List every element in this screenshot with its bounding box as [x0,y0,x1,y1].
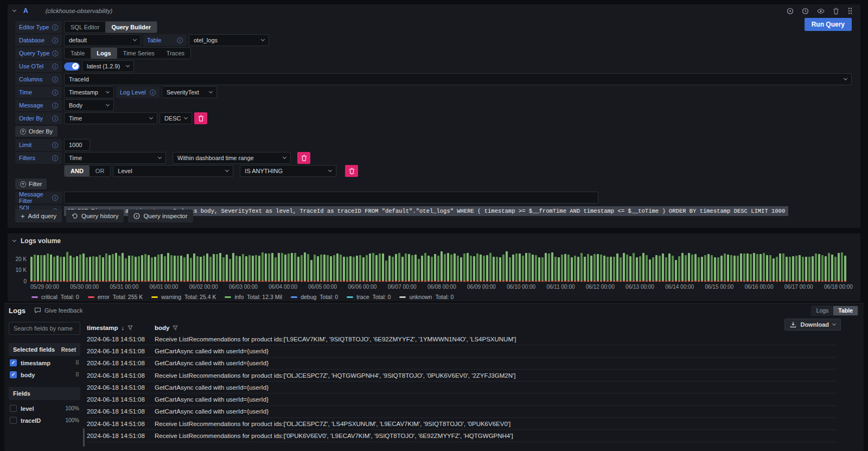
message-filter-input[interactable] [64,192,598,204]
checked-checkbox[interactable]: ✓ [10,359,17,366]
info-icon[interactable]: i [52,63,58,69]
info-icon[interactable]: i [150,90,156,96]
info-icon[interactable]: i [52,116,58,122]
body-column-header[interactable]: body [155,325,169,331]
collapse-chevron-icon[interactable] [12,8,16,12]
log-table-row[interactable]: 2024-06-18 14:51:08GetCartAsync called w… [87,345,837,357]
hide-response-eye-icon[interactable] [817,8,825,15]
remove-order-by-button[interactable] [194,112,207,124]
query-type-option-logs[interactable]: Logs [91,48,117,59]
info-icon[interactable]: i [52,77,58,82]
drag-handle-icon[interactable]: ⠿ [75,372,79,378]
volume-bar [79,255,81,282]
volume-bar [268,253,270,282]
filter-field-select[interactable]: Time [64,152,166,164]
sort-desc-icon[interactable]: ↓ [122,325,125,331]
info-icon[interactable]: i [52,37,58,43]
query-type-radio-group: TableLogsTime SeriesTraces [64,47,191,59]
legend-item-info[interactable]: infoTotal: 12.3 Mil [225,294,282,300]
legend-item-trace[interactable]: traceTotal: 0 [347,294,391,300]
filter-operator-select[interactable]: Within dashboard time range [173,152,291,164]
selected-field-timestamp[interactable]: ✓timestamp⠿ [9,358,80,368]
add-order-by-button[interactable]: +Order By [15,126,58,137]
database-select[interactable]: default [64,34,141,46]
selected-field-body[interactable]: ✓body⠿ [9,370,80,380]
legend-item-warning[interactable]: warningTotal: 25.4 K [151,294,216,300]
bool-operator-or[interactable]: OR [90,166,111,176]
info-icon[interactable]: i [52,103,58,109]
reset-fields-button[interactable]: Reset [61,347,76,353]
order-by-field-select[interactable]: Time [64,112,157,124]
log-table-row[interactable]: 2024-06-18 14:51:08GetCartAsync called w… [87,382,837,393]
query-history-icon[interactable] [802,8,809,15]
log-table-row[interactable]: 2024-06-18 14:51:08GetCartAsync called w… [87,358,837,370]
log-table-row[interactable]: 2024-06-18 14:51:08Receive ListRecommend… [87,370,837,382]
legend-item-unknown[interactable]: unknownTotal: 0 [399,294,454,300]
view-toggle-logs[interactable]: Logs [812,306,834,315]
drag-handle-icon[interactable]: ⠿ [75,360,79,366]
info-icon[interactable]: i [52,155,58,161]
log-level-column-select[interactable]: SeverityText [162,86,217,98]
delete-query-icon[interactable] [833,8,839,15]
remove-filter-button[interactable] [297,152,310,164]
chevron-down-icon [149,116,153,119]
add-query-button[interactable]: +Add query [15,209,62,223]
add-filter-button[interactable]: +Filter [15,179,47,189]
query-row-header[interactable]: A (clickhouse-observability) [8,4,860,17]
filter-funnel-icon[interactable] [127,325,133,331]
log-table-row[interactable]: 2024-06-18 14:51:08Receive ListRecommend… [87,430,837,442]
legend-item-critical[interactable]: criticalTotal: 0 [31,294,79,300]
info-icon[interactable]: i [52,50,58,56]
duplicate-query-icon[interactable] [787,8,794,15]
search-fields-input[interactable] [9,322,80,335]
available-field-level[interactable]: level100% [9,403,80,414]
drag-handle-icon[interactable] [847,7,853,15]
download-button[interactable]: Download [784,319,841,331]
unchecked-checkbox[interactable] [10,417,17,424]
query-inspector-button[interactable]: Query inspector [128,209,193,223]
give-feedback-link[interactable]: Give feedback [34,307,82,314]
volume-bar [30,257,33,282]
legend-item-debug[interactable]: debugTotal: 0 [291,294,338,300]
log-table-row[interactable]: 2024-06-18 14:51:08Receive ListRecommend… [87,418,837,430]
volume-bar [737,256,739,282]
volume-bar [372,253,374,282]
view-toggle-table[interactable]: Table [833,306,858,315]
limit-input[interactable]: 1000 [64,139,90,151]
columns-multiselect[interactable]: TraceId [64,73,852,85]
unchecked-checkbox[interactable] [10,405,17,412]
remove-filter2-button[interactable] [345,165,358,177]
available-field-traceID[interactable]: traceID100% [9,415,80,425]
log-table-row[interactable]: 2024-06-18 14:51:08GetCartAsync called w… [87,393,837,405]
chevron-down-icon [158,155,162,159]
info-icon[interactable]: i [52,142,58,148]
info-icon[interactable]: i [52,90,58,96]
filter2-field-select[interactable]: Level [113,165,233,177]
table-select[interactable]: otel_logs [189,34,269,46]
use-otel-toggle[interactable]: ✓ [64,62,80,71]
filter-funnel-icon[interactable] [173,325,178,331]
editor-type-option-query-builder[interactable]: Query Builder [105,22,157,33]
otel-version-select[interactable]: latest (1.2.9) [82,60,134,72]
info-icon[interactable]: i [177,37,183,43]
sidebar-scrollbar[interactable] [83,428,85,447]
log-table-row[interactable]: 2024-06-18 14:51:08Receive ListRecommend… [87,333,837,345]
message-column-select[interactable]: Body [64,99,114,111]
legend-item-error[interactable]: errorTotal: 255 K [88,294,143,300]
query-history-button[interactable]: Query history [66,209,124,223]
editor-type-option-sql-editor[interactable]: SQL Editor [65,22,105,33]
query-type-option-time-series[interactable]: Time Series [117,48,161,59]
query-type-option-table[interactable]: Table [65,48,91,59]
log-table-row[interactable]: 2024-06-18 14:51:08GetCartAsync called w… [87,406,837,418]
info-icon[interactable]: i [52,24,58,30]
info-icon[interactable]: i [52,195,58,201]
time-column-select[interactable]: Timestamp [64,86,114,98]
timestamp-column-header[interactable]: timestamp [87,325,118,331]
bool-operator-and[interactable]: AND [65,166,90,176]
checked-checkbox[interactable]: ✓ [10,371,17,378]
order-by-direction-select[interactable]: DESC [159,112,192,124]
query-type-option-traces[interactable]: Traces [161,48,190,59]
run-query-button[interactable]: Run Query [805,18,852,31]
collapse-chevron-icon[interactable] [12,238,16,242]
filter2-operator-select[interactable]: IS ANYTHING [240,165,336,177]
